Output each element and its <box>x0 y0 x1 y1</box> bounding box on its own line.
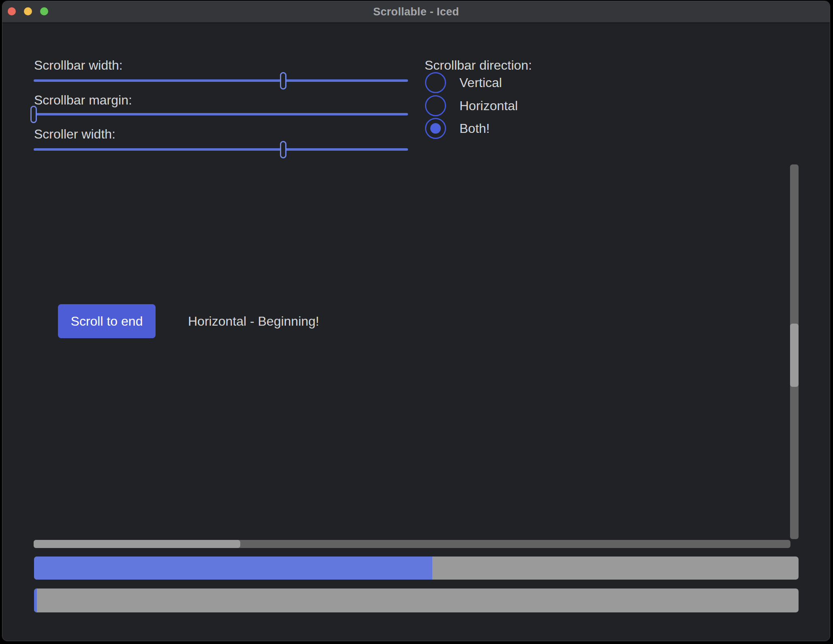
slider-rail[interactable] <box>34 113 408 115</box>
scrollbar-direction-label: Scrollbar direction: <box>425 57 532 73</box>
vertical-progress-bar <box>34 589 799 612</box>
slider-rail[interactable] <box>34 79 408 82</box>
app-window: Scrollable - Iced Scrollbar width: Scrol… <box>2 1 830 641</box>
horizontal-scrollbar-track[interactable] <box>34 540 790 548</box>
radio-dot <box>430 123 441 134</box>
vertical-scrollbar-track[interactable] <box>790 164 799 539</box>
window-title: Scrollable - Iced <box>2 1 830 22</box>
scroll-to-end-button[interactable]: Scroll to end <box>58 304 156 338</box>
horizontal-progress-bar <box>34 557 799 580</box>
progress-fill <box>34 557 432 580</box>
vertical-scrollbar-thumb[interactable] <box>790 324 799 386</box>
radio-both-label[interactable]: Both! <box>459 120 490 136</box>
slider-handle[interactable] <box>280 72 286 90</box>
slider-rail[interactable] <box>34 148 408 151</box>
radio-vertical[interactable] <box>425 72 446 93</box>
slider-handle[interactable] <box>30 106 37 123</box>
progress-fill <box>34 589 37 612</box>
titlebar[interactable]: Scrollable - Iced <box>2 1 830 23</box>
radio-both[interactable] <box>425 118 446 139</box>
scrollbar-margin-slider[interactable] <box>34 106 408 123</box>
radio-horizontal[interactable] <box>425 95 446 116</box>
scroller-width-label: Scroller width: <box>34 126 115 142</box>
scroller-width-slider[interactable] <box>34 141 408 158</box>
radio-vertical-label[interactable]: Vertical <box>459 75 502 91</box>
scrollbar-width-slider[interactable] <box>34 72 408 90</box>
horizontal-scrollbar-thumb[interactable] <box>34 540 240 548</box>
slider-handle[interactable] <box>280 141 286 158</box>
radio-horizontal-label[interactable]: Horizontal <box>459 98 518 114</box>
scroll-status-text: Horizontal - Beginning! <box>188 313 319 329</box>
desktop-background: Scrollable - Iced Scrollbar width: Scrol… <box>0 0 833 644</box>
scrollbar-width-label: Scrollbar width: <box>34 57 123 73</box>
